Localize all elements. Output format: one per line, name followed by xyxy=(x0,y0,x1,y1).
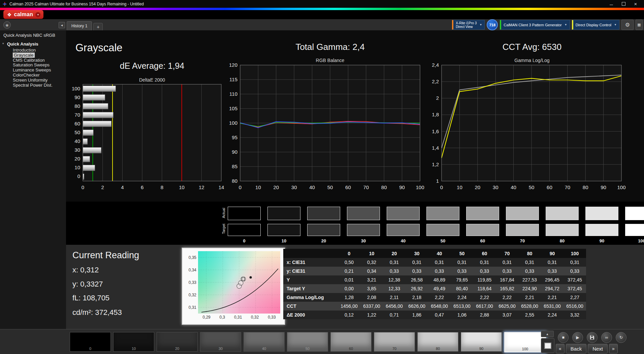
svg-text:10: 10 xyxy=(255,184,261,190)
actual-swatch-0 xyxy=(228,207,261,220)
svg-text:90: 90 xyxy=(399,184,405,190)
patch-level-label: 20 xyxy=(157,347,197,351)
svg-text:50: 50 xyxy=(327,184,333,190)
cie-chart-panel[interactable]: 0,350,340,330,320,31 0,290,30,310,320,33 xyxy=(182,248,285,325)
sidebar-item-saturation-sweeps[interactable]: Saturation Sweeps xyxy=(0,63,66,68)
swatch-level-label: 60 xyxy=(466,238,499,243)
panel-pin-button[interactable]: ◉ xyxy=(3,21,11,29)
cie-x-tick: 0,29 xyxy=(202,315,210,320)
continuous-measure-button[interactable]: ∞ xyxy=(601,332,612,343)
pattern-patch-10[interactable]: 10 xyxy=(113,332,154,352)
row-label: CCT xyxy=(283,302,338,311)
table-cell: 2,55 xyxy=(518,311,541,319)
sidebar-item-spectral-power-dist-[interactable]: Spectral Power Dist. xyxy=(0,83,66,88)
table-cell: 0,33 xyxy=(496,267,518,275)
pattern-patch-40[interactable]: 40 xyxy=(244,332,285,352)
pattern-generator-dropdown[interactable]: CalMAN Client 3 Pattern Generator ▼ xyxy=(500,20,570,30)
pattern-up-button[interactable]: ▲ xyxy=(541,331,554,337)
display-control-dropdown[interactable]: Direct Display Control ▼ xyxy=(572,20,619,30)
table-cell: 119,85 xyxy=(473,275,496,284)
table-cell: 2,24 xyxy=(451,293,473,302)
swatch-level-label: 40 xyxy=(387,238,420,243)
pattern-window-button[interactable] xyxy=(541,338,554,353)
svg-text:0: 0 xyxy=(440,184,443,190)
logo-chevron-down-icon[interactable]: ▾ xyxy=(35,12,40,17)
svg-text:85: 85 xyxy=(232,164,237,169)
svg-text:2: 2 xyxy=(436,95,439,101)
target-swatch-80 xyxy=(546,224,579,236)
meter-dropdown[interactable]: X-Rite i1Pro 3 Direct View ▼ xyxy=(452,20,485,30)
table-cell: 296,45 xyxy=(541,275,564,284)
row-label: ΔE 2000 xyxy=(283,311,338,319)
sidebar-collapse-button[interactable]: ◄ xyxy=(59,22,65,28)
pattern-window-stack: ▲ xyxy=(541,331,554,353)
back-button[interactable]: Back xyxy=(566,344,586,353)
calman-logo-button[interactable]: ❖ calman ▾ xyxy=(3,10,43,19)
cie-y-tick: 0,33 xyxy=(189,280,196,285)
chevron-down-icon: ▼ xyxy=(565,23,567,26)
pattern-patch-20[interactable]: 20 xyxy=(157,332,198,352)
maximize-button[interactable] xyxy=(617,0,630,8)
svg-text:0: 0 xyxy=(77,173,80,179)
swatch-level-label: 20 xyxy=(307,238,340,243)
minimize-button[interactable] xyxy=(605,0,617,8)
pattern-patch-90[interactable]: 90 xyxy=(461,332,502,352)
patch-level-label: 70 xyxy=(374,347,415,351)
pattern-patch-80[interactable]: 80 xyxy=(417,332,458,352)
swatch-level-label: 80 xyxy=(546,238,579,243)
bottom-toolbar: 0102030405060708090100 ▲ ■ ▶ ∞ xyxy=(0,329,644,354)
pattern-patch-100[interactable]: 100 xyxy=(504,332,546,352)
pattern-patch-60[interactable]: 60 xyxy=(330,332,372,352)
titlebar: Calman 2025 Calman Ultimate for Business… xyxy=(0,0,644,8)
tab-history-1[interactable]: History 1 xyxy=(67,21,92,30)
tree-root-label: Quick Analysis xyxy=(7,41,38,47)
current-reading-y: y: 0,3327 xyxy=(72,280,103,289)
stop-button[interactable]: ■ xyxy=(558,332,569,343)
settings-gear-button[interactable]: ⚙ xyxy=(621,20,634,30)
table-column-30: 30 xyxy=(406,249,428,258)
sidebar-item-luminance-sweeps[interactable]: Luminance Sweeps xyxy=(0,68,66,73)
sidebar-item-screen-uniformity[interactable]: Screen Uniformity xyxy=(0,78,66,83)
table-column-70: 70 xyxy=(496,249,518,258)
close-button[interactable]: × xyxy=(630,0,642,8)
actual-swatch-50 xyxy=(426,207,459,220)
last-page-button[interactable]: » xyxy=(609,344,618,353)
tree-root-quick-analysis[interactable]: ▾ Quick Analysis xyxy=(0,41,66,48)
tree-expand-icon[interactable]: ▾ xyxy=(2,42,4,45)
tree-items: IntroductionGrayscaleCMS CalibrationSatu… xyxy=(0,48,66,88)
svg-text:1: 1 xyxy=(436,178,439,184)
meter-status-badge[interactable]: 718 xyxy=(487,19,498,30)
pattern-patch-50[interactable]: 50 xyxy=(287,332,328,352)
save-button[interactable] xyxy=(587,332,598,343)
pattern-patch-70[interactable]: 70 xyxy=(374,332,415,352)
actual-swatch-70 xyxy=(506,207,539,220)
app-window: Calman 2025 Calman Ultimate for Business… xyxy=(0,0,644,354)
table-row-target-y: Target Y0,003,8512,3326,9249,4980,40118,… xyxy=(283,284,586,293)
sidebar-item-introduction[interactable]: Introduction xyxy=(0,48,66,53)
add-tab-button[interactable]: + xyxy=(93,23,103,30)
table-cell: 0,01 xyxy=(338,275,360,284)
gamma-loglog-chart: 11,21,41,61,822,22,401020304050607080901… xyxy=(424,60,626,195)
sidebar-item-grayscale[interactable]: Grayscale xyxy=(0,53,66,58)
swatch-column-90: 90 xyxy=(585,207,618,243)
window-controls: × xyxy=(605,0,642,8)
layout-grid-button[interactable]: ▦ xyxy=(636,20,643,30)
pattern-patch-0[interactable]: 0 xyxy=(70,332,111,352)
first-page-button[interactable]: « xyxy=(556,344,565,353)
svg-text:115: 115 xyxy=(229,77,237,82)
svg-text:70: 70 xyxy=(74,112,80,118)
pattern-patch-row: 0102030405060708090100 xyxy=(70,332,546,352)
actual-swatch-60 xyxy=(466,207,499,220)
pattern-patch-30[interactable]: 30 xyxy=(200,332,241,352)
play-button[interactable]: ▶ xyxy=(572,332,583,343)
sidebar-item-cms-calibration[interactable]: CMS Calibration xyxy=(0,58,66,63)
sidebar-item-colorchecker[interactable]: ColorChecker xyxy=(0,73,66,78)
table-cell: 6626,00 xyxy=(406,302,428,311)
next-button[interactable]: Next xyxy=(588,344,608,353)
pattern-generator-name: CalMAN Client 3 Pattern Generator xyxy=(504,23,561,27)
loop-button[interactable]: ↻ xyxy=(616,332,626,343)
table-cell: 26,92 xyxy=(406,284,428,293)
brand-bar: ❖ calman ▾ xyxy=(0,10,644,19)
target-swatch-40 xyxy=(387,224,420,236)
daylight-locus-curve xyxy=(201,269,278,312)
